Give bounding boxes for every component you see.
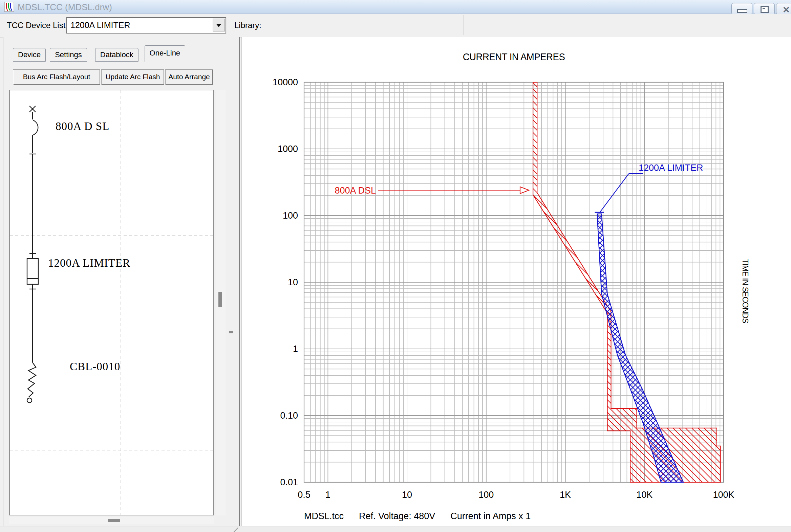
x-tick-label: 10 bbox=[402, 490, 412, 500]
tcc-device-list-combobox[interactable]: 1200A LIMITER bbox=[66, 17, 226, 34]
vertical-scrollbar-thumb[interactable] bbox=[218, 292, 222, 307]
oneline-horizontal-scrollbar[interactable] bbox=[9, 517, 214, 524]
app-icon bbox=[4, 2, 14, 12]
x-tick-label: 0.5 bbox=[298, 490, 311, 500]
y-tick-label: 100 bbox=[283, 210, 298, 221]
caption-filename: MDSL.tcc bbox=[304, 511, 344, 521]
tab-one-line[interactable]: One-Line bbox=[145, 45, 186, 62]
restore-button[interactable] bbox=[754, 3, 775, 15]
toolbar-separator bbox=[463, 15, 464, 35]
app-window: MDSL.TCC (MDSL.drw) ✕ TCC Device List: 1… bbox=[0, 0, 791, 532]
tcc-plot[interactable]: 1000010001001010.100.010.51101001K10K100… bbox=[242, 37, 791, 526]
tab-settings[interactable]: Settings bbox=[50, 48, 87, 62]
tcc-chart-panel: CURRENT IN AMPERES 1000010001001010.100.… bbox=[241, 37, 791, 526]
tab-datablock[interactable]: Datablock bbox=[95, 48, 139, 62]
y-tick-label: 1 bbox=[293, 344, 298, 354]
oneline-label-breaker[interactable]: 800A D SL bbox=[56, 120, 109, 133]
curve-label-1200a-limiter: 1200A LIMITER bbox=[639, 163, 703, 173]
auto-arrange-button[interactable]: Auto Arrange bbox=[165, 69, 213, 85]
status-bar bbox=[0, 527, 791, 532]
y-tick-label: 0.01 bbox=[280, 477, 298, 487]
x-tick-label: 100 bbox=[478, 490, 494, 500]
y-tick-label: 10000 bbox=[273, 77, 298, 87]
callout-1200a-limiter[interactable]: 1200A LIMITER bbox=[600, 163, 703, 212]
y-axis-title: TIME IN SECONDS bbox=[740, 259, 750, 337]
update-arc-flash-button[interactable]: Update Arc Flash bbox=[101, 69, 164, 85]
library-label: Library: bbox=[234, 21, 261, 30]
oneline-canvas[interactable]: 800A D SL 1200A LIMITER CBL-0010 bbox=[9, 90, 214, 515]
chart-title: CURRENT IN AMPERES bbox=[315, 52, 713, 63]
tab-device[interactable]: Device bbox=[13, 48, 46, 62]
breaker-symbol[interactable] bbox=[30, 106, 38, 253]
fuse-symbol[interactable] bbox=[27, 253, 38, 362]
bus-arc-flash-layout-button[interactable]: Bus Arc Flash/Layout bbox=[13, 69, 100, 85]
x-tick-label: 1 bbox=[326, 490, 330, 500]
horizontal-scrollbar-thumb[interactable] bbox=[108, 519, 120, 522]
oneline-label-fuse[interactable]: 1200A LIMITER bbox=[48, 257, 130, 269]
y-tick-label: 0.10 bbox=[280, 411, 298, 421]
combobox-value: 1200A LIMITER bbox=[70, 20, 130, 30]
splitter-handle[interactable] bbox=[229, 331, 233, 333]
cable-symbol[interactable] bbox=[27, 362, 36, 403]
caption-ref-voltage: Ref. Voltage: 480V bbox=[359, 511, 435, 521]
tcc-device-list-label: TCC Device List: bbox=[7, 21, 68, 30]
close-button[interactable]: ✕ bbox=[776, 3, 791, 15]
caption-current-scale: Current in Amps x 1 bbox=[450, 511, 531, 521]
callout-800a-dsl[interactable]: 800A DSL bbox=[334, 186, 529, 196]
x-tick-label: 100K bbox=[713, 490, 734, 500]
minimize-button[interactable] bbox=[731, 3, 752, 15]
oneline-drawing bbox=[10, 90, 213, 515]
left-panel: DeviceSettingsDatablockOne-Line Bus Arc … bbox=[3, 37, 240, 526]
combobox-dropdown-button[interactable] bbox=[213, 19, 225, 32]
panel-splitter[interactable] bbox=[226, 37, 240, 526]
arrowhead-icon bbox=[520, 187, 529, 194]
x-tick-label: 1K bbox=[560, 490, 571, 500]
resize-grip-icon[interactable] bbox=[234, 528, 238, 532]
chevron-down-icon bbox=[216, 24, 221, 27]
y-tick-label: 10 bbox=[288, 277, 298, 287]
leader-line bbox=[600, 174, 629, 212]
toolbar: TCC Device List: 1200A LIMITER Library: bbox=[0, 14, 791, 38]
curve-label-800a-dsl: 800A DSL bbox=[334, 186, 376, 196]
titlebar[interactable]: MDSL.TCC (MDSL.drw) ✕ bbox=[0, 0, 791, 14]
x-tick-label: 10K bbox=[636, 490, 652, 500]
minimize-icon bbox=[737, 9, 747, 13]
panel-edge bbox=[239, 37, 240, 526]
chart-caption: MDSL.tcc Ref. Voltage: 480V Current in A… bbox=[304, 511, 531, 521]
window-title: MDSL.TCC (MDSL.drw) bbox=[18, 2, 112, 13]
restore-icon bbox=[760, 6, 769, 13]
oneline-vertical-scrollbar[interactable] bbox=[215, 90, 225, 515]
oneline-label-cable[interactable]: CBL-0010 bbox=[70, 360, 120, 373]
y-tick-label: 1000 bbox=[278, 144, 298, 154]
